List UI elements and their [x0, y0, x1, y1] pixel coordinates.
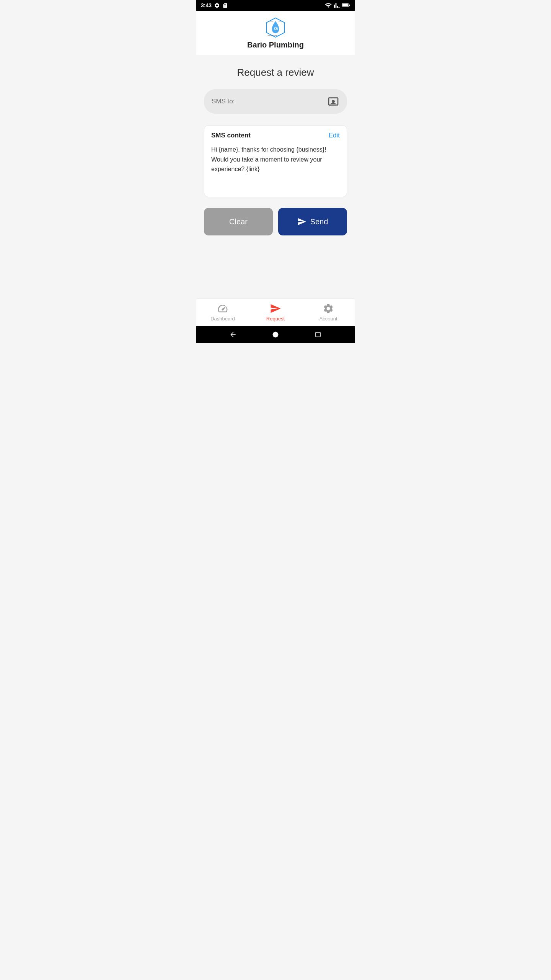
svg-text:1994: 1994 [278, 21, 281, 22]
account-nav-icon [323, 303, 334, 314]
app-logo: G SINCE 1994 Bario Plumbing [265, 17, 286, 38]
dashboard-gauge-icon [217, 303, 228, 314]
status-time: 3:43 [201, 2, 212, 8]
sms-to-container[interactable] [204, 89, 347, 114]
nav-item-account[interactable]: Account [313, 303, 344, 322]
nav-item-dashboard[interactable]: Dashboard [207, 303, 238, 322]
send-button[interactable]: Send [278, 208, 347, 235]
main-content: Request a review SMS content Edit Hi {na… [196, 55, 355, 299]
clear-button[interactable]: Clear [204, 208, 273, 235]
action-buttons: Clear Send [204, 208, 347, 235]
signal-icon [334, 2, 340, 8]
page-title: Request a review [204, 67, 347, 78]
svg-rect-9 [316, 332, 320, 337]
send-icon [297, 217, 306, 226]
sms-content-header: SMS content Edit [211, 132, 340, 139]
send-label: Send [310, 217, 328, 226]
android-recents-button[interactable] [313, 330, 323, 339]
edit-button[interactable]: Edit [329, 132, 340, 139]
svg-point-8 [272, 332, 278, 338]
sim-icon [222, 2, 228, 8]
svg-text:SINCE: SINCE [269, 21, 274, 22]
request-nav-icon [270, 303, 281, 314]
sms-to-input[interactable] [212, 98, 327, 105]
app-header: G SINCE 1994 Bario Plumbing Bario Plumbi… [196, 11, 355, 55]
android-nav-bar [196, 326, 355, 343]
status-bar: 3:43 [196, 0, 355, 11]
status-icons [325, 2, 350, 9]
svg-rect-1 [342, 4, 348, 7]
app-title: Bario Plumbing [247, 41, 304, 49]
request-nav-label: Request [266, 316, 285, 322]
sms-content-text: Hi {name}, thanks for choosing {business… [211, 145, 340, 191]
svg-text:G: G [274, 26, 278, 31]
account-nav-label: Account [320, 316, 337, 322]
android-home-button[interactable] [271, 330, 280, 339]
svg-text:Bario Plumbing: Bario Plumbing [267, 35, 277, 36]
svg-rect-2 [349, 5, 350, 6]
android-back-button[interactable] [228, 330, 238, 339]
battery-icon [342, 3, 350, 8]
bottom-nav: Dashboard Request Account [196, 299, 355, 326]
dashboard-nav-label: Dashboard [210, 316, 235, 322]
nav-item-request[interactable]: Request [260, 303, 291, 322]
wifi-icon [325, 2, 332, 9]
sms-content-section: SMS content Edit Hi {name}, thanks for c… [204, 125, 347, 197]
settings-icon [214, 2, 220, 8]
sms-content-label: SMS content [211, 132, 251, 139]
contact-icon[interactable] [327, 95, 339, 108]
